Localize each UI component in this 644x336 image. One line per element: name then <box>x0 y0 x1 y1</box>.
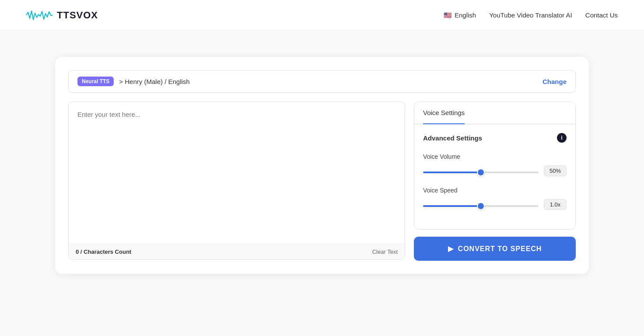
flag-icon: 🇺🇸 <box>444 11 452 19</box>
main-content: Neural TTS > Henry (Male) / English Chan… <box>0 31 644 300</box>
info-icon-text: i <box>561 135 562 141</box>
voice-speed-slider[interactable] <box>423 205 539 207</box>
nav-link-contact-us[interactable]: Contact Us <box>585 11 618 19</box>
voice-selector-left: Neural TTS > Henry (Male) / English <box>77 77 190 86</box>
info-icon[interactable]: i <box>557 133 567 143</box>
voice-selector-row: Neural TTS > Henry (Male) / English Chan… <box>68 70 576 93</box>
voice-volume-group: Voice Volume 50% <box>423 153 567 176</box>
voice-volume-slider[interactable] <box>423 172 539 173</box>
char-count-value: 0 <box>76 248 79 255</box>
play-icon: ▶ <box>448 245 454 253</box>
tab-voice-settings[interactable]: Voice Settings <box>423 102 465 124</box>
voice-settings-card: Voice Settings Advanced Settings i Voic <box>414 102 576 230</box>
advanced-settings-title: Advanced Settings <box>423 134 482 142</box>
navbar: TTSVOX 🇺🇸 English YouTube Video Translat… <box>0 0 644 31</box>
text-input-footer: 0 / Characters Count Clear Text <box>69 244 405 259</box>
convert-button-label: CONVERT TO SPEECH <box>458 245 542 253</box>
voice-volume-slider-row: 50% <box>423 165 567 176</box>
voice-speed-slider-row: 1.0x <box>423 199 567 210</box>
text-input[interactable] <box>69 102 405 242</box>
char-count: 0 / Characters Count <box>76 248 131 255</box>
text-input-wrapper: 0 / Characters Count Clear Text <box>68 102 405 260</box>
voice-speed-group: Voice Speed 1.0x <box>423 187 567 210</box>
voice-speed-slider-wrapper <box>423 201 539 209</box>
convert-to-speech-button[interactable]: ▶ CONVERT TO SPEECH <box>414 237 576 261</box>
logo-waveform-icon <box>26 9 52 22</box>
char-count-label: / Characters Count <box>80 248 131 255</box>
logo-text: TTSVOX <box>57 10 98 21</box>
text-area-column: 0 / Characters Count Clear Text <box>68 102 405 260</box>
voice-volume-value: 50% <box>544 165 567 176</box>
language-selector[interactable]: 🇺🇸 English <box>444 11 476 19</box>
two-col-layout: 0 / Characters Count Clear Text Voice Se… <box>68 102 576 261</box>
nav-links: 🇺🇸 English YouTube Video Translator AI C… <box>444 11 618 19</box>
voice-speed-label: Voice Speed <box>423 187 567 194</box>
voice-settings-column: Voice Settings Advanced Settings i Voic <box>414 102 576 261</box>
voice-settings-tab-bar: Voice Settings <box>414 102 575 124</box>
voice-volume-label: Voice Volume <box>423 153 567 160</box>
voice-name: > Henry (Male) / English <box>119 78 189 85</box>
main-card: Neural TTS > Henry (Male) / English Chan… <box>55 57 589 274</box>
voice-speed-value: 1.0x <box>544 199 567 210</box>
advanced-settings-section: Advanced Settings i Voice Volume <box>414 124 575 229</box>
change-voice-button[interactable]: Change <box>542 78 567 85</box>
voice-volume-slider-wrapper <box>423 167 539 175</box>
clear-text-button[interactable]: Clear Text <box>372 248 398 255</box>
language-label: English <box>455 11 476 19</box>
logo-area: TTSVOX <box>26 9 98 22</box>
advanced-settings-header: Advanced Settings i <box>423 133 567 143</box>
neural-tts-badge: Neural TTS <box>77 77 114 86</box>
nav-link-youtube-translator[interactable]: YouTube Video Translator AI <box>489 11 572 19</box>
